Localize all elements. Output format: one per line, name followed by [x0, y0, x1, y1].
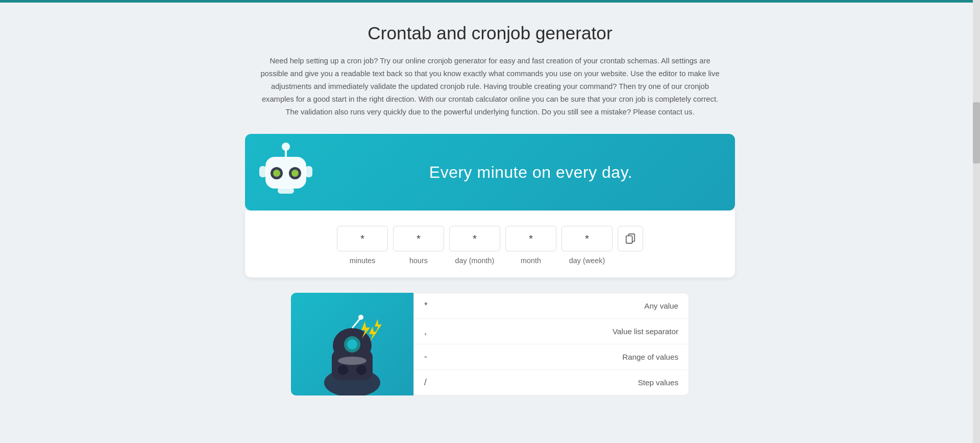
- legend-section: * Any value , Value list separator - Ran…: [291, 293, 689, 395]
- robot-card: Every minute on every day.: [245, 134, 735, 211]
- svg-point-23: [338, 365, 348, 375]
- svg-rect-1: [285, 150, 287, 158]
- svg-line-15: [352, 319, 360, 328]
- svg-rect-7: [259, 166, 266, 177]
- legend-desc-comma: Value list separator: [445, 327, 678, 336]
- hours-input[interactable]: [393, 226, 444, 251]
- minutes-input[interactable]: [337, 226, 388, 251]
- copy-icon: [625, 233, 636, 244]
- legend-desc-any: Any value: [445, 301, 678, 310]
- copy-button[interactable]: [618, 226, 643, 251]
- scrollbar-thumb[interactable]: [973, 102, 980, 164]
- svg-point-6: [291, 170, 299, 177]
- scrollbar-track: [973, 0, 980, 443]
- month-field: month: [505, 226, 556, 265]
- legend-row-step: / Step values: [414, 370, 689, 395]
- day-week-label: day (week): [569, 257, 605, 265]
- legend-symbol-range: -: [424, 352, 445, 362]
- legend-desc-step: Step values: [445, 378, 678, 387]
- svg-point-18: [347, 339, 357, 349]
- legend-table: * Any value , Value list separator - Ran…: [413, 293, 689, 395]
- svg-marker-21: [375, 319, 382, 334]
- legend-row-comma: , Value list separator: [414, 319, 689, 344]
- minutes-label: minutes: [350, 257, 375, 265]
- svg-point-22: [338, 357, 366, 365]
- page-title: Crontab and cronjob generator: [245, 23, 735, 43]
- robot2-illustration: [291, 293, 413, 395]
- hours-label: hours: [409, 257, 428, 265]
- day-month-field: day (month): [449, 226, 500, 265]
- month-label: month: [521, 257, 541, 265]
- page-description: Need help setting up a cron job? Try our…: [260, 55, 720, 119]
- day-month-label: day (month): [455, 257, 495, 265]
- svg-point-0: [282, 143, 290, 151]
- legend-symbol-step: /: [424, 377, 445, 388]
- svg-point-16: [358, 315, 363, 320]
- legend-desc-range: Range of values: [445, 353, 678, 361]
- svg-rect-8: [305, 166, 312, 177]
- robot-illustration: [245, 136, 327, 208]
- svg-rect-11: [626, 236, 632, 244]
- legend-symbol-any: *: [424, 300, 445, 311]
- day-month-input[interactable]: [449, 226, 500, 251]
- minutes-field: minutes: [337, 226, 388, 265]
- month-input[interactable]: [505, 226, 556, 251]
- svg-point-24: [356, 365, 366, 375]
- robot-icon: [250, 136, 322, 208]
- hours-field: hours: [393, 226, 444, 265]
- legend-symbol-comma: ,: [424, 326, 445, 337]
- svg-rect-9: [278, 188, 294, 194]
- legend-row-any: * Any value: [414, 293, 689, 319]
- legend-row-range: - Range of values: [414, 344, 689, 370]
- day-week-input[interactable]: [561, 226, 612, 251]
- cron-display-text: Every minute on every day.: [327, 163, 735, 182]
- day-week-field: day (week): [561, 226, 612, 265]
- cron-input-section: minutes hours day (month) month day (wee…: [245, 211, 735, 277]
- robot2-icon: [301, 304, 403, 395]
- svg-point-5: [273, 170, 280, 177]
